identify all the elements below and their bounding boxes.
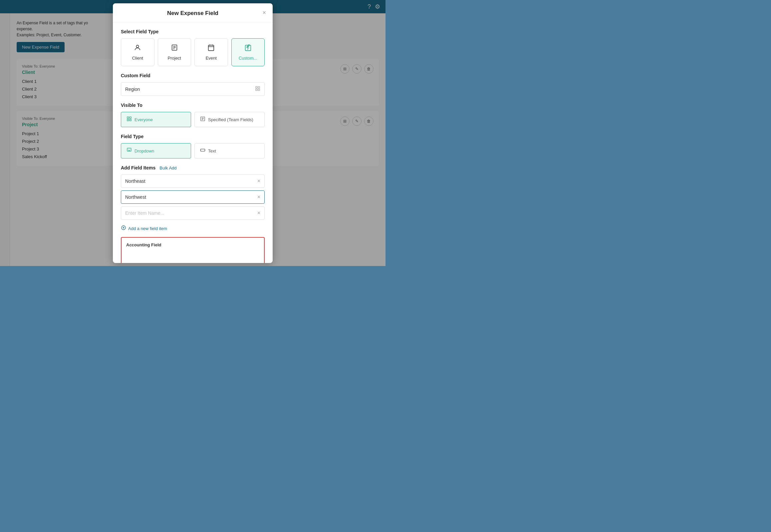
- field-type-grid: Client Project: [121, 38, 265, 66]
- everyone-label: Everyone: [134, 117, 153, 122]
- svg-rect-12: [256, 89, 257, 91]
- accounting-field-input[interactable]: [126, 250, 259, 263]
- modal-overlay: New Expense Field × Select Field Type: [0, 0, 385, 266]
- field-item-empty-input[interactable]: [121, 207, 253, 219]
- modal-close-button[interactable]: ×: [262, 10, 266, 16]
- field-item-northeast-clear[interactable]: ×: [253, 175, 264, 187]
- visible-to-everyone-button[interactable]: Everyone: [121, 112, 191, 127]
- field-type-toggle-group: Dropdown Text: [121, 143, 265, 158]
- select-field-type-section: Select Field Type Client: [121, 29, 265, 66]
- custom-field-grid-icon: [251, 83, 264, 96]
- bulk-add-link[interactable]: Bulk Add: [159, 165, 176, 170]
- modal-body: Select Field Type Client: [113, 22, 273, 263]
- accounting-field-section: Accounting Field: [121, 237, 265, 263]
- modal-title: New Expense Field: [167, 10, 218, 17]
- dropdown-type-button[interactable]: Dropdown: [121, 143, 191, 158]
- field-type-custom-label: Custom...: [239, 56, 257, 61]
- field-item-northeast-input[interactable]: [121, 175, 253, 187]
- visible-to-specified-button[interactable]: Specified (Team Fields): [194, 112, 265, 127]
- field-item-northwest: ×: [121, 190, 265, 204]
- field-type-selector-section: Field Type Dropdown: [121, 134, 265, 158]
- field-type-custom[interactable]: Custom...: [231, 38, 265, 66]
- svg-rect-13: [258, 89, 260, 91]
- dropdown-icon: [127, 147, 132, 154]
- field-type-event-label: Event: [206, 56, 217, 61]
- visible-to-label: Visible To: [121, 103, 265, 108]
- project-icon: [171, 44, 178, 53]
- add-new-item-icon: [121, 225, 126, 232]
- accounting-field-label: Accounting Field: [126, 242, 259, 247]
- custom-field-input-wrapper: [121, 82, 265, 96]
- svg-rect-14: [127, 117, 129, 119]
- field-type-project-label: Project: [168, 56, 181, 61]
- field-item-empty: ×: [121, 206, 265, 220]
- text-type-button[interactable]: Text: [194, 143, 265, 158]
- dropdown-label: Dropdown: [134, 148, 154, 153]
- add-items-header: Add Field Items Bulk Add: [121, 165, 265, 170]
- field-type-selector-label: Field Type: [121, 134, 265, 139]
- field-item-empty-clear[interactable]: ×: [253, 207, 264, 219]
- specified-icon: [200, 116, 205, 123]
- field-item-northwest-clear[interactable]: ×: [253, 191, 264, 203]
- text-icon: [200, 147, 205, 154]
- svg-rect-17: [129, 119, 131, 121]
- field-item-northeast: ×: [121, 174, 265, 188]
- field-type-client-label: Client: [132, 56, 143, 61]
- svg-rect-16: [127, 119, 129, 121]
- svg-point-0: [136, 45, 139, 48]
- add-new-item-label: Add a new field item: [128, 226, 167, 231]
- visible-to-section: Visible To Everyone: [121, 103, 265, 127]
- custom-icon: [244, 44, 252, 53]
- field-type-event[interactable]: Event: [194, 38, 228, 66]
- text-label: Text: [208, 148, 216, 153]
- visible-to-toggle-group: Everyone Specified (Team Fields): [121, 112, 265, 127]
- svg-rect-11: [258, 87, 260, 88]
- add-field-items-label: Add Field Items: [121, 165, 155, 170]
- client-icon: [134, 44, 141, 53]
- field-type-client[interactable]: Client: [121, 38, 154, 66]
- add-field-items-section: Add Field Items Bulk Add × × ×: [121, 165, 265, 220]
- field-item-northwest-input[interactable]: [121, 191, 253, 203]
- field-type-project[interactable]: Project: [158, 38, 191, 66]
- svg-rect-15: [129, 117, 131, 119]
- event-icon: [207, 44, 215, 53]
- svg-rect-5: [208, 45, 214, 51]
- select-field-type-label: Select Field Type: [121, 29, 265, 34]
- specified-label: Specified (Team Fields): [208, 117, 253, 122]
- custom-field-input[interactable]: [121, 83, 251, 95]
- modal: New Expense Field × Select Field Type: [113, 3, 273, 263]
- add-new-field-item-link[interactable]: Add a new field item: [121, 225, 265, 232]
- custom-field-section: Custom Field: [121, 73, 265, 96]
- svg-rect-10: [256, 87, 257, 88]
- everyone-grid-icon: [127, 116, 132, 123]
- custom-field-label: Custom Field: [121, 73, 265, 78]
- modal-header: New Expense Field ×: [113, 3, 273, 22]
